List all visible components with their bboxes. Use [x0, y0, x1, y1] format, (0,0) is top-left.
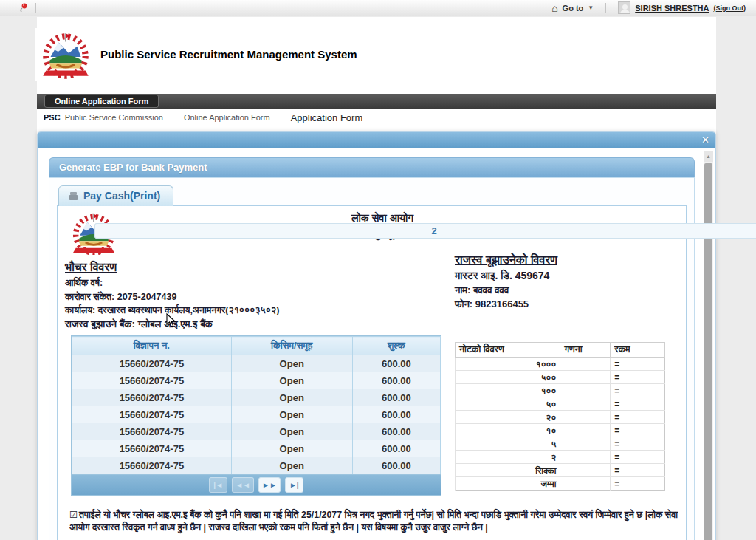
modal-header[interactable]: ✕ — [38, 132, 715, 148]
breadcrumb-online-application[interactable]: Online Application Form — [184, 113, 270, 122]
denom-cell: जम्मा — [456, 477, 560, 491]
denom-row: ५०= — [456, 397, 665, 411]
panel-title: Generate EBP for Bank Payment — [49, 157, 695, 177]
page-2-button[interactable]: 2 — [94, 223, 756, 239]
denom-row: २०= — [456, 411, 665, 424]
fee-header: शुल्क — [352, 337, 440, 355]
home-icon[interactable]: ⌂ — [551, 3, 557, 13]
fee-cell: 600.00 — [352, 355, 440, 372]
count-cell — [560, 411, 611, 424]
pin-icon[interactable] — [19, 3, 28, 13]
printer-icon — [69, 192, 78, 200]
fee-cell: 600.00 — [352, 440, 440, 457]
count-cell — [560, 464, 611, 477]
count-cell — [560, 477, 611, 491]
tab-online-application-form[interactable]: Online Application Form — [44, 95, 159, 108]
denom-cell: ५०० — [456, 371, 560, 384]
denom-cell: ५० — [456, 397, 560, 411]
modal-body: ▲ Generate EBP for Bank Payment Pay Cash… — [38, 148, 715, 540]
last-page-button[interactable]: ►| — [285, 477, 303, 493]
signout-link[interactable]: (Sign Out) — [714, 4, 746, 12]
amount-cell: = — [611, 477, 665, 491]
amount-cell: = — [611, 424, 665, 437]
voucher-details-left: भौचर विवरण आर्थिक वर्ष: कारोवार संकेत: 2… — [65, 261, 678, 331]
modal-scrollbar[interactable]: ▲ — [704, 151, 713, 540]
app-title: Public Service Recruitment Management Sy… — [100, 48, 357, 61]
next-page-button[interactable]: ►► — [258, 477, 281, 493]
prev-page-button[interactable]: ◄◄ — [232, 477, 254, 493]
adv-no-cell: 15660/2074-75 — [72, 355, 232, 372]
close-icon[interactable]: ✕ — [701, 134, 709, 146]
count-cell — [560, 371, 611, 384]
adv-no-cell: 15660/2074-75 — [72, 389, 232, 406]
denom-row: ५००= — [456, 371, 665, 384]
denom-cell: १००० — [456, 358, 560, 371]
topbar-divider — [605, 3, 606, 13]
type-cell: Open — [231, 457, 352, 474]
fee-cell: 600.00 — [352, 389, 440, 406]
fee-cell: 600.00 — [352, 423, 440, 440]
denom-row: १०= — [456, 424, 665, 437]
first-page-button[interactable]: |◄ — [209, 477, 227, 493]
scroll-up-icon[interactable]: ▲ — [704, 151, 713, 162]
count-cell — [560, 384, 611, 397]
breadcrumb: PSC Public Service Commission Online App… — [37, 109, 716, 126]
denom-row: १०००= — [456, 358, 665, 371]
denom-cell: २० — [456, 411, 560, 424]
pay-cash-print-tab[interactable]: Pay Cash(Print) — [58, 185, 173, 206]
denom-cell: १० — [456, 424, 560, 437]
count-cell — [560, 397, 611, 411]
count-cell — [560, 424, 611, 437]
type-cell: Open — [231, 406, 352, 423]
type-cell: Open — [231, 440, 352, 457]
type-cell: Open — [231, 389, 352, 406]
type-cell: Open — [231, 372, 352, 389]
denom-row: जम्मा= — [456, 477, 665, 491]
adv-no-cell: 15660/2074-75 — [72, 423, 232, 440]
table-row: 15660/2074-75Open600.00 — [72, 406, 441, 423]
denom-row: ५= — [456, 437, 665, 451]
amount-cell: = — [611, 358, 665, 371]
fee-cell: 600.00 — [352, 372, 440, 389]
breadcrumb-current: Application Form — [291, 112, 363, 123]
count-header: गणना — [560, 343, 611, 358]
payer-details: राजस्व बूझाउनेको विवरण मास्टर आइ. डि. 45… — [455, 253, 557, 311]
voucher: लोक सेवा आयोग दरखास्त दस्तुर बूझाउने भौच… — [57, 205, 687, 540]
adv-no-cell: 15660/2074-75 — [72, 440, 232, 457]
denom-header-row: नोटको विवरण गणना रकम — [456, 343, 665, 358]
pagination-bar: |◄ ◄◄ 1 2 ►► ►| — [72, 474, 441, 495]
fees-header-row: विज्ञापन न. किसिम/समूह शुल्क — [72, 337, 441, 355]
user-avatar — [618, 1, 630, 14]
denom-row: २= — [456, 451, 665, 464]
table-row: 15660/2074-75Open600.00 — [72, 457, 441, 474]
caret-down-icon[interactable]: ▼ — [588, 4, 594, 11]
table-row: 15660/2074-75Open600.00 — [72, 440, 441, 457]
table-row: 15660/2074-75Open600.00 — [72, 389, 441, 406]
pay-cash-print-label: Pay Cash(Print) — [83, 190, 160, 202]
goto-menu[interactable]: Go to — [563, 4, 584, 13]
ebp-panel: Generate EBP for Bank Payment Pay Cash(P… — [49, 157, 695, 540]
bank-line: राजस्व बुझाउने बैंक: ग्लोबल आइ.एम.इ बैंक — [65, 318, 678, 332]
user-name-link[interactable]: SIRISH SHRESTHA — [635, 4, 709, 13]
scrollbar-thumb[interactable] — [704, 163, 712, 540]
amount-cell: = — [611, 397, 665, 411]
denom-row: १००= — [456, 384, 665, 397]
amount-cell: = — [611, 384, 665, 397]
denom-cell: सिक्का — [456, 464, 560, 477]
payer-details-heading: राजस्व बूझाउनेको विवरण — [455, 253, 557, 267]
disclaimer-text: तपाईले यो भौचर ग्लोबल आइ.एम.इ बैंक को कु… — [69, 510, 678, 533]
breadcrumb-commission[interactable]: Public Service Commission — [65, 113, 163, 122]
checkbox-icon: ☑ — [69, 510, 78, 520]
type-cell: Open — [231, 355, 352, 372]
count-cell — [560, 437, 611, 451]
adv-no-cell: 15660/2074-75 — [72, 457, 232, 474]
denom-cell: १०० — [456, 384, 560, 397]
amount-cell: = — [611, 411, 665, 424]
denomination-table: नोटको विवरण गणना रकम १०००= ५००= १००= — [455, 342, 665, 491]
screen: ⌂ Go to ▼ SIRISH SHRESTHA (Sign Out) Pub… — [0, 0, 756, 540]
office-line: कार्यालय: दरखास्त ब्यवस्थापन कार्यलय,अना… — [65, 304, 678, 318]
panel-body: Pay Cash(Print) — [49, 177, 695, 540]
transaction-code-line: कारोवार संकेत: 2075-2047439 — [65, 290, 678, 304]
ebp-modal: ✕ ▲ Generate EBP for Bank Payment Pay Ca… — [37, 131, 716, 540]
denom-row: सिक्का= — [456, 464, 665, 477]
